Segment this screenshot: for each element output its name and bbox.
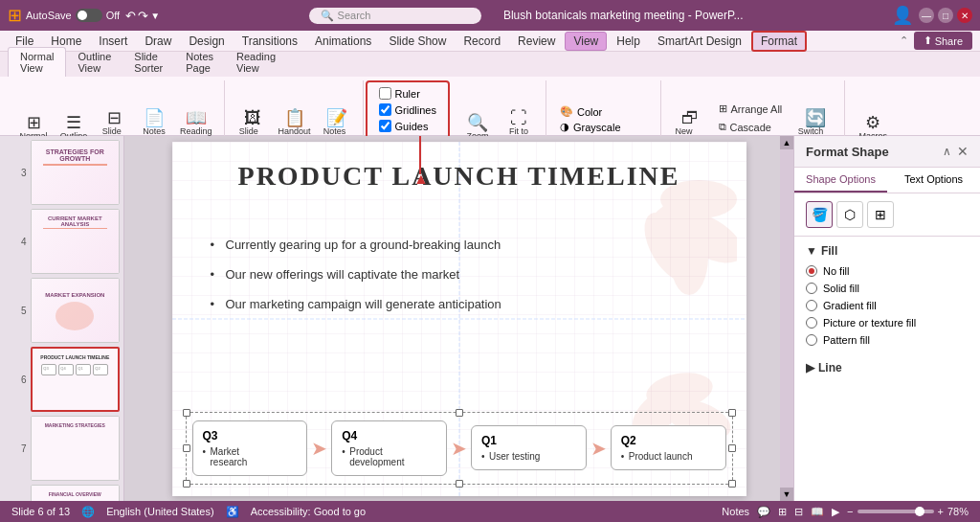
cascade-btn[interactable]: ⧉ Cascade [713, 119, 790, 135]
menu-smartart[interactable]: SmartArt Design [650, 33, 749, 50]
timeline-box-q1[interactable]: Q1 User testing [471, 425, 587, 470]
color-btn[interactable]: 🎨 Color [556, 104, 653, 119]
gridlines-checkbox[interactable]: Gridlines [375, 102, 440, 117]
new-window-icon: 🗗 [681, 109, 699, 126]
ruler-checkbox[interactable]: Ruler [375, 86, 440, 101]
autosave-toggle[interactable] [76, 9, 102, 22]
guides-checkbox[interactable]: Guides [375, 119, 440, 133]
slide-thumb-6[interactable]: PRODUCT LAUNCH TIMELINE Q3 Q4 Q1 Q2 [31, 347, 120, 412]
handle-mr[interactable] [728, 444, 736, 452]
autosave-off: Off [106, 10, 120, 21]
line-header[interactable]: ▶ Line [806, 361, 969, 374]
quick-access-icon[interactable]: ▼ [150, 11, 160, 21]
guides-label: Guides [395, 121, 429, 132]
language-label: English (United States) [106, 506, 214, 517]
menu-format[interactable]: Format [751, 31, 807, 52]
slide-thumb-7[interactable]: MARKETING STRATEGIES [31, 416, 120, 481]
view-sorter-icon[interactable]: ⊟ [794, 506, 803, 518]
zoom-slider[interactable] [858, 510, 934, 513]
handle-bm[interactable] [456, 480, 463, 488]
slide-6-title: PRODUCT LAUNCH TIMELINE [40, 354, 109, 360]
tab-text-options[interactable]: Text Options [887, 168, 980, 193]
tab-shape-options[interactable]: Shape Options [794, 168, 887, 193]
size-properties-btn[interactable]: ⊞ [867, 201, 894, 228]
slide-3-divider [43, 164, 107, 166]
fill-option-solid[interactable]: Solid fill [806, 283, 969, 294]
tab-notes-page[interactable]: NotesPage [174, 48, 225, 77]
menu-record[interactable]: Record [456, 33, 508, 50]
guides-check[interactable] [379, 120, 391, 132]
close-button[interactable]: ✕ [957, 8, 972, 23]
arrange-icon: ⊞ [719, 102, 727, 115]
handle-bl[interactable] [183, 480, 190, 488]
share-button[interactable]: ⬆ Share [914, 32, 972, 50]
timeline-box-q2[interactable]: Q2 Product launch [611, 425, 726, 470]
fill-option-gradient[interactable]: Gradient fill [806, 300, 969, 311]
menu-review[interactable]: Review [510, 33, 563, 50]
fill-line-icon-btn[interactable]: 🪣 [806, 201, 833, 228]
scroll-down-btn[interactable]: ▼ [780, 488, 793, 501]
handle-tl[interactable] [183, 409, 190, 417]
no-fill-label: No fill [823, 265, 850, 277]
title-bar: ⊞ AutoSave Off ↶ ↷ ▼ 🔍 Search Blush bota… [0, 0, 980, 31]
ruler-check[interactable] [379, 87, 391, 100]
timeline-area[interactable]: Q3 Marketresearch ➤ Q4 Productdevelopmen… [186, 412, 733, 485]
collapse-ribbon-icon[interactable]: ⌃ [900, 34, 908, 47]
view-normal-icon[interactable]: ⊞ [778, 506, 787, 518]
fill-option-picture[interactable]: Picture or texture fill [806, 317, 969, 329]
zoom-minus-btn[interactable]: − [847, 506, 853, 517]
scroll-up-btn[interactable]: ▲ [780, 136, 793, 149]
search-box[interactable]: 🔍 Search [309, 8, 481, 24]
handle-br[interactable] [728, 480, 736, 488]
slide-title: PRODUCT LAUNCH TIMELINE [172, 161, 746, 192]
arrange-all-btn[interactable]: ⊞ Arrange All [713, 101, 790, 117]
menu-animations[interactable]: Animations [307, 33, 379, 50]
menu-slideshow[interactable]: Slide Show [381, 33, 454, 50]
fill-line-icon: 🪣 [812, 207, 828, 222]
shape-effects-btn[interactable]: ⬡ [836, 201, 863, 228]
panel-close-btn[interactable]: ✕ [957, 144, 969, 159]
grayscale-btn[interactable]: ◑ Grayscale [556, 120, 653, 134]
view-present-icon[interactable]: ▶ [832, 506, 839, 518]
timeline-box-q4[interactable]: Q4 Productdevelopment [331, 420, 447, 476]
redo-icon[interactable]: ↷ [138, 9, 148, 23]
accessibility-label: Accessibility: Good to go [251, 506, 366, 517]
handle-ml[interactable] [183, 444, 190, 452]
notes-btn[interactable]: Notes [722, 506, 749, 517]
filename: Blush botanicals marketing meeting - Pow… [503, 9, 744, 22]
menu-insert[interactable]: Insert [91, 33, 135, 50]
timeline-arrow-3: ➤ [590, 437, 607, 460]
minimize-button[interactable]: — [919, 8, 934, 23]
canvas-vscroll[interactable]: ▲ ▼ [780, 136, 793, 501]
tab-outline-view[interactable]: OutlineView [66, 48, 122, 77]
slide-thumb-5[interactable]: MARKET EXPANSION [31, 278, 120, 343]
slide-thumb-3[interactable]: STRATEGIES FOR GROWTH [31, 140, 120, 205]
gridlines-check[interactable] [379, 103, 391, 116]
profile-icon[interactable]: 👤 [892, 5, 913, 26]
restore-button[interactable]: □ [938, 8, 953, 23]
title-bar-left: ⊞ AutoSave Off ↶ ↷ ▼ [8, 5, 160, 26]
menu-transitions[interactable]: Transitions [234, 33, 305, 50]
slide-thumb-8[interactable]: FINANCIAL OVERVIEW [31, 485, 120, 501]
menu-help[interactable]: Help [609, 33, 648, 50]
slide-thumb-4[interactable]: CURRENT MARKET ANALYSIS [31, 209, 120, 274]
comments-icon[interactable]: 💬 [757, 506, 770, 518]
tab-reading-view[interactable]: ReadingView [225, 48, 287, 77]
menu-draw[interactable]: Draw [137, 33, 179, 50]
handout-master-icon: 📋 [284, 109, 305, 126]
zoom-plus-btn[interactable]: + [938, 506, 944, 517]
timeline-box-q3[interactable]: Q3 Marketresearch [192, 420, 308, 476]
fill-option-none[interactable]: No fill [806, 265, 969, 277]
menu-view[interactable]: View [565, 32, 607, 51]
tab-normal-view[interactable]: NormalView [8, 47, 66, 77]
tab-slide-sorter[interactable]: SlideSorter [122, 48, 174, 77]
menu-design[interactable]: Design [181, 33, 232, 50]
undo-icon[interactable]: ↶ [125, 9, 136, 23]
handle-tr[interactable] [728, 409, 736, 417]
slide-master-icon: 🖼 [244, 109, 261, 126]
fill-option-pattern[interactable]: Pattern fill [806, 334, 969, 346]
handle-tm[interactable] [456, 409, 463, 417]
panel-collapse-btn[interactable]: ∧ [943, 145, 951, 158]
view-reading-icon[interactable]: 📖 [811, 506, 824, 518]
fill-header[interactable]: ▼ Fill [806, 244, 969, 258]
